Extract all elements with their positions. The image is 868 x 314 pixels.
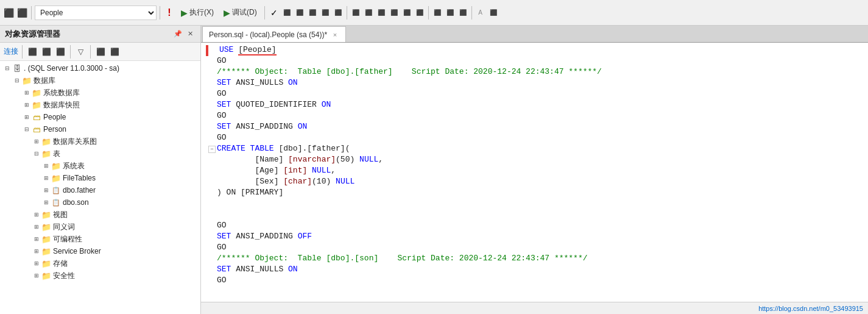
- execute-label: 执行(X): [189, 7, 214, 18]
- tab-bar: Person.sql - (local).People (sa (54))* ×: [201, 26, 868, 43]
- sidebar-btn-3[interactable]: ⬛: [54, 46, 66, 58]
- sidebar-content: ⊟ 🗄 . (SQL Server 11.0.3000 - sa) ⊟ 📁 数据…: [0, 61, 200, 314]
- code-editor[interactable]: USE [People] GO /****** Object: Table [d…: [201, 43, 868, 302]
- tree-item-dbo-son[interactable]: ⊞ 📋 dbo.son: [0, 196, 200, 209]
- code-line-3: /****** Object: Table [dbo].[father] Scr…: [201, 67, 868, 78]
- code-text-6: SET QUOTED_IDENTIFIER ON: [217, 100, 863, 109]
- code-text-21: SET ANSI_NULLS ON: [217, 265, 863, 274]
- toolbar-icon-r3[interactable]: ⬛: [306, 7, 319, 19]
- code-text-13: [Sex] [char](10) NULL: [217, 177, 863, 186]
- toolbar-icon-r10[interactable]: ⬛: [401, 7, 413, 19]
- code-text-16: [217, 210, 863, 219]
- toolbar-db-select: People: [35, 5, 157, 20]
- editor-area: Person.sql - (local).People (sa (54))* ×…: [201, 26, 868, 314]
- execute-play-icon: ▶: [181, 8, 188, 18]
- exclaim-icon[interactable]: !: [163, 7, 175, 19]
- code-text-17: GO: [217, 221, 863, 230]
- tree-item-programmability[interactable]: ⊞ 📁 可编程性: [0, 233, 200, 245]
- tree-item-db-diagram[interactable]: ⊞ 📁 数据库关系图: [0, 135, 200, 148]
- toolbar-icon-r16[interactable]: ⬛: [487, 7, 499, 19]
- code-text-11: [Name] [nvarchar](50) NULL,: [217, 155, 863, 164]
- toolbar-icon-r12[interactable]: ⬛: [431, 7, 443, 19]
- dbo-father-icon: 📋: [51, 185, 61, 195]
- synonyms-label: 同义词: [53, 222, 75, 232]
- tree-item-sys-tables[interactable]: ⊞ 📁 系统表: [0, 160, 200, 172]
- toolbar-icon-2[interactable]: ⬛: [16, 7, 28, 19]
- tree-item-filetables[interactable]: ⊞ 📁 FileTables: [0, 172, 200, 184]
- code-line-12: [Age] [int] NULL,: [201, 166, 868, 177]
- tab-close-button[interactable]: ×: [331, 30, 339, 39]
- tree-item-databases[interactable]: ⊟ 📁 数据库: [0, 74, 200, 87]
- debug-button[interactable]: ▶ 调试(D): [219, 5, 261, 20]
- tree-item-storage[interactable]: ⊞ 📁 存储: [0, 257, 200, 269]
- database-dropdown[interactable]: People: [35, 5, 157, 20]
- tables-icon: 📁: [41, 149, 51, 159]
- toolbar-icon-r6[interactable]: ⬛: [350, 7, 362, 19]
- tree-item-synonyms[interactable]: ⊞ 📁 同义词: [0, 221, 200, 233]
- code-line-14: ) ON [PRIMARY]: [201, 188, 868, 199]
- tree-item-db-snapshot[interactable]: ⊞ 📁 数据库快照: [0, 99, 200, 111]
- tree-item-system-db[interactable]: ⊞ 📁 系统数据库: [0, 87, 200, 99]
- sidebar-btn-2[interactable]: ⬛: [40, 46, 52, 58]
- close-sidebar-icon[interactable]: ✕: [185, 29, 196, 40]
- people-db-label: People: [43, 113, 66, 121]
- tree-toggle-programmability: ⊞: [32, 236, 41, 242]
- tree-toggle-views: ⊞: [32, 212, 41, 218]
- toolbar-right-icons: ✓ ⬛ ⬛ ⬛ ⬛ ⬛ ⬛ ⬛ ⬛ ⬛ ⬛ ⬛ ⬛ ⬛ ⬛ A ⬛: [268, 6, 499, 20]
- toolbar-icon-r7[interactable]: ⬛: [362, 7, 375, 19]
- filetables-label: FileTables: [63, 174, 96, 182]
- tree-toggle-people-db: ⊞: [22, 114, 32, 120]
- sidebar-btn-1[interactable]: ⬛: [26, 46, 38, 58]
- db-diagram-label: 数据库关系图: [53, 137, 97, 147]
- toolbar-check-icon[interactable]: ✓: [268, 7, 280, 19]
- execute-button[interactable]: ▶ 执行(X): [177, 5, 218, 20]
- toolbar-icon-r13[interactable]: ⬛: [444, 7, 456, 19]
- code-text-12: [Age] [int] NULL,: [217, 166, 863, 175]
- sys-tables-label: 系统表: [63, 161, 85, 171]
- security-label: 安全性: [53, 271, 75, 281]
- tree-item-tables[interactable]: ⊟ 📁 表: [0, 148, 200, 160]
- toolbar-icon-r11[interactable]: ⬛: [414, 7, 426, 19]
- system-db-label: 系统数据库: [43, 88, 80, 98]
- toolbar-icon-r1[interactable]: ⬛: [281, 7, 293, 19]
- toolbar-icon-r2[interactable]: ⬛: [294, 7, 306, 19]
- code-line-22: GO: [201, 276, 868, 287]
- toolbar-icon-r8[interactable]: ⬛: [375, 7, 387, 19]
- toolbar-sep-2: [160, 6, 160, 20]
- tree-item-dbo-father[interactable]: ⊞ 📋 dbo.father: [0, 184, 200, 196]
- connect-label[interactable]: 连接: [4, 46, 18, 57]
- toolbar-icon-r4[interactable]: ⬛: [319, 7, 331, 19]
- sidebar-filter-icon[interactable]: ▽: [74, 46, 86, 58]
- code-text-9: GO: [217, 133, 863, 142]
- code-line-16: [201, 210, 868, 221]
- toolbar-sep-3: [264, 6, 265, 20]
- collapse-button-10[interactable]: −: [208, 146, 216, 153]
- sidebar-btn-4[interactable]: ⬛: [94, 46, 107, 58]
- toolbar-icon-r15[interactable]: A: [475, 7, 487, 19]
- toolbar-sep-4: [347, 6, 347, 20]
- security-icon: 📁: [41, 271, 51, 280]
- pin-icon[interactable]: 📌: [172, 29, 183, 40]
- status-bar: https://blog.csdn.net/m0_53493915: [201, 302, 868, 314]
- toolbar-icon-1[interactable]: ⬛: [2, 7, 15, 19]
- tree-item-views[interactable]: ⊞ 📁 视图: [0, 209, 200, 221]
- toolbar-sep-6: [471, 6, 472, 20]
- toolbar-icon-r9[interactable]: ⬛: [388, 7, 400, 19]
- tables-label: 表: [53, 149, 60, 159]
- editor-tab[interactable]: Person.sql - (local).People (sa (54))* ×: [202, 26, 346, 42]
- tree-item-server[interactable]: ⊟ 🗄 . (SQL Server 11.0.3000 - sa): [0, 62, 200, 74]
- code-line-15: [201, 199, 868, 210]
- programmability-icon: 📁: [41, 234, 51, 244]
- tree-item-people-db[interactable]: ⊞ 🗃 People: [0, 111, 200, 123]
- toolbar-icon-r14[interactable]: ⬛: [457, 7, 469, 19]
- tree-toggle-dbo-son: ⊞: [41, 199, 51, 205]
- code-line-13: [Sex] [char](10) NULL: [201, 177, 868, 188]
- sidebar-btn-5[interactable]: ⬛: [108, 46, 121, 58]
- code-line-4: SET ANSI_NULLS ON: [201, 78, 868, 89]
- code-line-20: /****** Object: Table [dbo].[son] Script…: [201, 254, 868, 265]
- toolbar-icon-r5[interactable]: ⬛: [332, 7, 344, 19]
- tree-item-security[interactable]: ⊞ 📁 安全性: [0, 269, 200, 282]
- tree-item-service-broker[interactable]: ⊞ 📁 Service Broker: [0, 245, 200, 257]
- tree-item-person-db[interactable]: ⊟ 🗃 Person: [0, 123, 200, 135]
- tree-toggle-sys-tables: ⊞: [41, 163, 51, 169]
